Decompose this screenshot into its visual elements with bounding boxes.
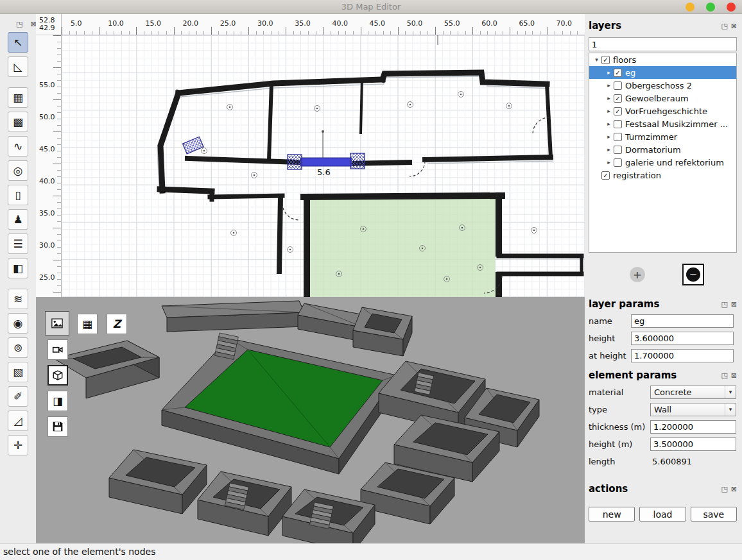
door-tool[interactable]: ▯ [8, 185, 28, 205]
layer-row-registration[interactable]: ✓registration [589, 169, 736, 182]
layer-row-gewoelberaum[interactable]: ▸✓Gewoelberaum [589, 92, 736, 105]
pen-tool[interactable]: ✐ [8, 386, 28, 407]
texture-tool[interactable]: ▦ [8, 87, 28, 108]
float-panel-icon[interactable]: ◳ [721, 371, 727, 380]
name-label: name [589, 316, 631, 326]
close-panel-icon[interactable]: ⊠ [731, 300, 737, 309]
layer-checkbox[interactable] [614, 146, 622, 154]
layer-checkbox[interactable]: ✓ [601, 56, 610, 64]
expand-arrow-icon[interactable]: ▸ [604, 108, 614, 114]
stairs-tool[interactable]: ☰ [8, 233, 28, 254]
length-label: length [589, 457, 650, 466]
thickness-input[interactable] [650, 420, 736, 434]
crosshair-tool[interactable]: ✛ [8, 435, 28, 455]
spline-icon: ∿ [13, 141, 22, 152]
layer-checkbox[interactable]: ✓ [614, 107, 622, 115]
layer-checkbox[interactable]: ✓ [614, 69, 622, 77]
layer-row-floors[interactable]: ▾✓floors [589, 53, 736, 66]
new-button[interactable]: new [589, 507, 635, 522]
hruler-label: 40.0 [332, 19, 348, 28]
layer-tree: ▾✓floors▸✓eg▸Obergeschoss 2▸✓Gewoelberau… [589, 53, 737, 253]
layer-height-input[interactable] [631, 332, 734, 345]
wall-tool[interactable]: ◧ [8, 258, 28, 278]
save-view-button[interactable] [47, 416, 68, 437]
add-layer-button[interactable]: + [630, 267, 645, 282]
spline-tool[interactable]: ∿ [8, 136, 28, 157]
wifi-tool[interactable]: ≋ [8, 289, 28, 309]
chevron-down-icon: ▾ [725, 403, 736, 416]
layer-row-dormatorium[interactable]: ▸Dormatorium [589, 143, 736, 156]
close-panel-icon[interactable]: ⊠ [731, 22, 737, 30]
selected-wall-element[interactable]: 5.6 [183, 130, 365, 177]
layer-checkbox[interactable] [614, 81, 622, 90]
image-tool[interactable]: ▧ [8, 362, 28, 382]
expand-arrow-icon[interactable]: ▸ [604, 146, 614, 153]
float-panel-icon[interactable]: ◳ [721, 300, 727, 309]
close-button[interactable] [727, 3, 736, 12]
layer-row-eg[interactable]: ▸✓eg [589, 66, 736, 79]
background-image-button[interactable] [45, 311, 69, 335]
layer-checkbox[interactable] [614, 158, 622, 167]
element-params-header: element params ◳ ⊠ [589, 369, 737, 382]
camera-view-button[interactable] [47, 339, 68, 360]
layer-row-turmzimmer[interactable]: ▸Turmzimmer [589, 130, 736, 143]
element-height-input[interactable] [650, 437, 736, 451]
beacon-tool[interactable]: ◉ [8, 313, 28, 334]
expand-arrow-icon[interactable]: ▸ [604, 95, 614, 101]
layer-checkbox[interactable] [614, 133, 622, 141]
expand-arrow-icon[interactable]: ▸ [604, 159, 614, 165]
layer-row-vorfruehgeschichte[interactable]: ▸✓VorFruehgeschichte [589, 105, 736, 117]
remove-layer-button[interactable]: − [682, 264, 704, 285]
cursor-coordinates: 52.8 42.9 [36, 14, 62, 35]
slope-tool[interactable]: ◿ [8, 411, 28, 431]
float-panel-icon[interactable]: ◳ [16, 20, 22, 28]
float-panel-icon[interactable]: ◳ [721, 485, 727, 493]
actions-header: actions ◳ ⊠ [589, 482, 737, 495]
float-panel-icon[interactable]: ◳ [721, 22, 727, 30]
layer-checkbox[interactable]: ✓ [614, 94, 622, 103]
stairs-icon: ☰ [13, 239, 22, 250]
furniture-tool[interactable]: ♟ [8, 209, 28, 230]
minimize-button[interactable] [686, 3, 695, 12]
element-height-label: height (m) [589, 439, 650, 449]
layer-row-galerie-und-refektorium[interactable]: ▸galerie und refektorium [589, 156, 736, 169]
material-select[interactable]: Concrete ▾ [650, 386, 736, 399]
layer-label: VorFruehgeschichte [625, 106, 707, 116]
image-icon: ▧ [13, 367, 23, 378]
pattern-tool[interactable]: ▩ [8, 112, 28, 132]
layer-checkbox[interactable] [614, 120, 622, 128]
type-select[interactable]: Wall ▾ [650, 403, 736, 416]
wall-mode-button[interactable]: ◨ [47, 391, 68, 411]
close-panel-icon[interactable]: ⊠ [731, 485, 737, 493]
expand-arrow-icon[interactable]: ▸ [604, 69, 614, 76]
save-button[interactable]: save [691, 507, 737, 522]
viewport-3d[interactable]: ▦ Z ◨ [36, 297, 585, 543]
grid-toggle-button[interactable]: ▦ [77, 314, 98, 334]
statusbar: select one of the element's nodes [0, 543, 742, 560]
maximize-button[interactable] [706, 3, 715, 12]
layer-filter-input[interactable] [589, 37, 737, 51]
layer-checkbox[interactable]: ✓ [601, 171, 610, 180]
expand-arrow-icon[interactable]: ▸ [604, 121, 614, 127]
select-tool[interactable]: ↖ [8, 32, 28, 53]
fingerprint-tool[interactable]: ⊚ [8, 337, 28, 358]
load-button[interactable]: load [639, 507, 686, 522]
column-icon: ◎ [13, 165, 23, 176]
layer-row-obergeschoss-2[interactable]: ▸Obergeschoss 2 [589, 79, 736, 92]
image-icon [51, 317, 64, 330]
pattern-icon: ▩ [13, 117, 23, 128]
expand-arrow-icon[interactable]: ▸ [604, 82, 614, 89]
z-levels-button[interactable]: Z [107, 314, 127, 334]
expand-arrow-icon[interactable]: ▾ [592, 56, 601, 63]
floorplan-canvas[interactable]: 5.6 [62, 35, 585, 297]
layer-at-height-input[interactable] [631, 349, 734, 362]
expand-arrow-icon[interactable]: ▸ [604, 133, 614, 140]
cube-view-button[interactable] [47, 365, 68, 386]
close-panel-icon[interactable]: ⊠ [731, 371, 737, 380]
layer-row-festsaal-musikzimmer[interactable]: ▸Festsaal Musikzimmer ... [589, 117, 736, 130]
column-tool[interactable]: ◎ [8, 160, 28, 181]
layer-name-input[interactable] [631, 314, 734, 328]
vruler-label: 45.0 [39, 145, 55, 153]
measure-tool[interactable]: ◺ [8, 56, 28, 77]
hruler-label: 45.0 [370, 19, 386, 28]
